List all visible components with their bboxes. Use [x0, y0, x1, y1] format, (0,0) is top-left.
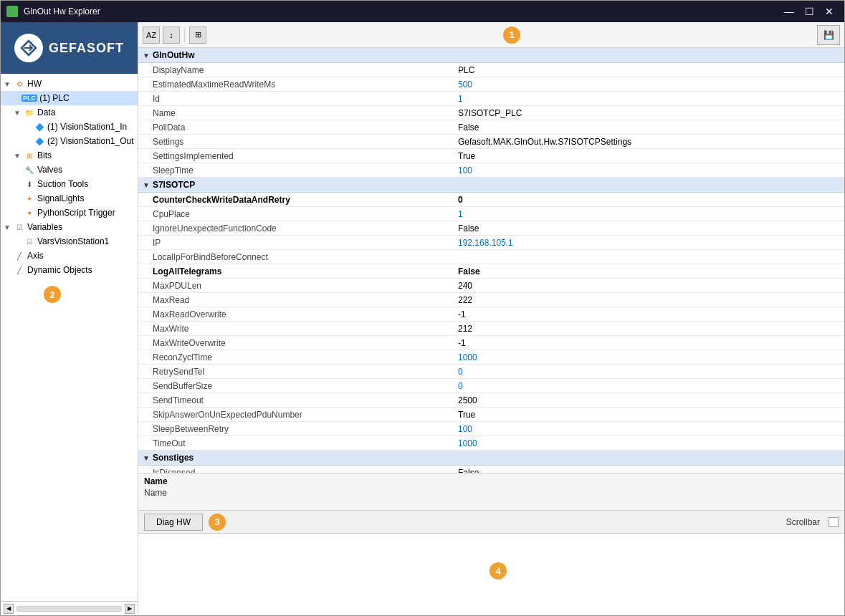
tree-item-hw[interactable]: ▼ ⚙ HW [1, 77, 138, 91]
tree-item-dynamic[interactable]: ╱ Dynamic Objects [1, 263, 138, 277]
info-bar-title: Name [144, 476, 839, 486]
section-s7isotcp[interactable]: ▼ S7ISOTCP [138, 178, 844, 193]
prop-name-retrysendtel: RetrySendTel [138, 365, 454, 378]
prop-value-timeout[interactable]: 1000 [454, 437, 844, 450]
prop-name-localip: LocalIpForBindBeforeConnect [138, 251, 454, 264]
prop-value-estimatedmaxtime[interactable]: 500 [454, 78, 844, 91]
prop-settingsimplemented: SettingsImplemented True [138, 149, 844, 163]
scrollbar-checkbox[interactable] [829, 517, 839, 527]
logo-text: GEFASOFT [49, 41, 124, 56]
prop-value-logalltelegrams[interactable]: False [454, 265, 844, 278]
tree-item-variables[interactable]: ▼ ☑ Variables [1, 220, 138, 234]
tree-item-valves[interactable]: 🔧 Valves [1, 163, 138, 177]
tree-toggle-data[interactable]: ▼ [14, 109, 24, 117]
prop-name-countercheck: CounterCheckWriteDataAndRetry [138, 193, 454, 206]
sort-az-button[interactable]: AZ [143, 27, 160, 44]
sort-az-icon: AZ [146, 31, 156, 39]
sort-icon: ↕ [169, 31, 173, 39]
log-panel: 4 [138, 533, 844, 615]
tree-item-axis[interactable]: ╱ Axis [1, 249, 138, 263]
prop-name-estimatedmaxtime: EstimatedMaxtimeReadWriteMs [138, 78, 454, 91]
prop-value-polldata[interactable]: False [454, 121, 844, 134]
button-bar: Diag HW 3 Scrollbar [138, 510, 844, 533]
prop-value-sendbuffersize[interactable]: 0 [454, 380, 844, 393]
prop-skipanswer: SkipAnswerOnUnExpectedPduNumber True [138, 408, 844, 422]
prop-value-retrysendtel[interactable]: 0 [454, 365, 844, 378]
tree-item-python[interactable]: ✦ PythonScript Trigger [1, 206, 138, 220]
tree-label-python: PythonScript Trigger [37, 208, 115, 218]
tree-toggle-bits[interactable]: ▼ [14, 152, 24, 160]
prop-value-maxpdulen[interactable]: 240 [454, 279, 844, 292]
grid-button[interactable]: ⊞ [189, 27, 206, 44]
badge-4: 4 [490, 562, 507, 579]
prop-value-cpuplace[interactable]: 1 [454, 208, 844, 221]
logo-icon [14, 34, 43, 62]
prop-name-name: Name [138, 107, 454, 120]
prop-cpuplace: CpuPlace 1 [138, 207, 844, 221]
prop-value-skipanswer[interactable]: True [454, 408, 844, 421]
dynamic-icon: ╱ [14, 264, 25, 276]
window-controls: — ☐ ✕ [780, 4, 839, 19]
prop-name-sendbuffersize: SendBufferSize [138, 380, 454, 393]
tree-toggle-variables[interactable]: ▼ [4, 223, 14, 231]
prop-maxwriteoverwrite: MaxWriteOverwrite -1 [138, 336, 844, 350]
tree-item-bits[interactable]: ▼ ⊞ Bits [1, 148, 138, 163]
tree-item-vision2[interactable]: 🔷 (2) VisionStation1_Out [1, 134, 138, 148]
diag-hw-button[interactable]: Diag HW [144, 514, 203, 531]
prop-value-sendtimeout[interactable]: 2500 [454, 394, 844, 407]
prop-value-sleepbetween[interactable]: 100 [454, 423, 844, 435]
prop-value-localip[interactable] [454, 256, 844, 259]
sidebar-horizontal-scroll[interactable]: ◀ ▶ [4, 604, 135, 614]
prop-name-ip: IP [138, 236, 454, 249]
scroll-right-arrow[interactable]: ▶ [125, 604, 135, 614]
tree-item-vision1[interactable]: 🔷 (1) VisionStation1_In [1, 120, 138, 134]
prop-value-maxreadoverwrite[interactable]: -1 [454, 308, 844, 321]
section-glnouthw[interactable]: ▼ GlnOutHw [138, 48, 844, 63]
tree-item-vars1[interactable]: ☑ VarsVisionStation1 [1, 234, 138, 249]
tree-item-data[interactable]: ▼ 📁 Data [1, 105, 138, 120]
tree-toggle-hw[interactable]: ▼ [4, 80, 14, 88]
scroll-left-arrow[interactable]: ◀ [4, 604, 14, 614]
close-button[interactable]: ✕ [820, 4, 839, 19]
prop-value-displayname[interactable]: PLC [454, 64, 844, 77]
prop-settings: Settings Gefasoft.MAK.GlnOut.Hw.S7ISOTCP… [138, 135, 844, 149]
sidebar: GEFASOFT ▼ ⚙ HW PLC (1) PLC [1, 22, 138, 615]
prop-value-isdisposed[interactable]: False [454, 466, 844, 473]
grid-icon: ⊞ [195, 30, 201, 39]
scroll-track[interactable] [16, 606, 122, 612]
section-sonstiges[interactable]: ▼ Sonstiges [138, 451, 844, 466]
prop-value-id[interactable]: 1 [454, 92, 844, 105]
tree-item-plc[interactable]: PLC (1) PLC [1, 91, 138, 105]
prop-isdisposed: IsDisposed False [138, 466, 844, 473]
prop-value-settings[interactable]: Gefasoft.MAK.GlnOut.Hw.S7ISOTCPSettings [454, 135, 844, 148]
section-label-s7isotcp: S7ISOTCP [153, 180, 195, 190]
tree-item-suction[interactable]: ⬇ Suction Tools [1, 177, 138, 191]
prop-value-countercheck[interactable]: 0 [454, 193, 844, 206]
tree-label-axis: Axis [27, 251, 44, 261]
tree-label-vision1: (1) VisionStation1_In [47, 122, 127, 132]
prop-name-polldata: PollData [138, 121, 454, 134]
collapse-icon-sonstiges: ▼ [143, 454, 150, 462]
prop-value-name[interactable]: S7ISOTCP_PLC [454, 107, 844, 120]
prop-value-settingsimplemented[interactable]: True [454, 150, 844, 163]
prop-name-ignoreunexpected: IgnoreUnexpectedFunctionCode [138, 222, 454, 235]
tree-item-signal[interactable]: ✦ SignalLights [1, 191, 138, 206]
prop-sleepbetween: SleepBetweenRetry 100 [138, 422, 844, 436]
prop-value-maxread[interactable]: 222 [454, 294, 844, 307]
prop-value-sleeptime[interactable]: 100 [454, 164, 844, 177]
sort-button[interactable]: ↕ [163, 27, 180, 44]
info-bar: Name Name [138, 473, 844, 510]
prop-value-ignoreunexpected[interactable]: False [454, 222, 844, 235]
minimize-button[interactable]: — [780, 4, 798, 19]
prop-value-ip[interactable]: 192.168.105.1 [454, 236, 844, 249]
plc-icon: PLC [24, 92, 35, 104]
prop-value-maxwriteoverwrite[interactable]: -1 [454, 337, 844, 350]
badge-1: 1 [503, 27, 520, 44]
prop-ip: IP 192.168.105.1 [138, 236, 844, 250]
prop-id: Id 1 [138, 92, 844, 106]
toolbar: AZ ↕ ⊞ 1 💾 [138, 22, 844, 48]
prop-value-maxwrite[interactable]: 212 [454, 322, 844, 335]
export-button[interactable]: 💾 [817, 25, 840, 45]
prop-value-reconzycltime[interactable]: 1000 [454, 351, 844, 364]
maximize-button[interactable]: ☐ [800, 4, 818, 19]
